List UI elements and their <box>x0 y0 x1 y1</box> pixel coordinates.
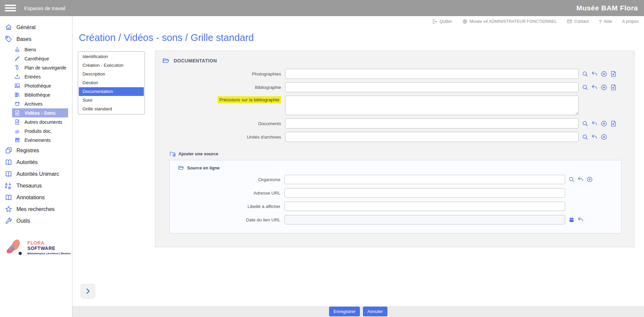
libelle-afficher-input[interactable] <box>284 202 565 211</box>
source-group-title: Source en ligne <box>187 165 220 170</box>
sidebar-item-bibliotheque[interactable]: Bibliothèque <box>12 90 68 99</box>
sidebar-item-evenements[interactable]: Evènements <box>12 136 68 145</box>
tab-grille-standard[interactable]: Grille standard <box>79 105 144 113</box>
workspace-label[interactable]: Espaces de travail <box>24 5 65 11</box>
tab-documentation[interactable]: Documentation <box>79 87 144 96</box>
main-area: Quitter Musée v4 ADMINISTRATEUR FONCTION… <box>72 16 644 317</box>
field-label: Libellé à afficher <box>170 204 280 209</box>
search-icon[interactable] <box>582 134 589 141</box>
cancel-button[interactable]: Annuler <box>363 307 387 316</box>
file-plus-icon[interactable] <box>610 84 617 91</box>
field-row-organisme: Organisme <box>170 175 621 184</box>
folder-icon <box>178 165 184 171</box>
app-title: Musée BAM Flora <box>576 4 638 12</box>
file-plus-icon[interactable] <box>610 70 617 77</box>
photographies-input[interactable] <box>285 69 579 79</box>
plus-circle-icon[interactable] <box>600 70 607 77</box>
home-icon <box>5 23 12 31</box>
sidebar-item-mes-recherches[interactable]: Mes recherches <box>0 203 72 215</box>
help-link[interactable]: ? Aide <box>599 19 612 24</box>
sidebar-item-registres[interactable]: Registres <box>0 145 72 156</box>
about-link[interactable]: A propos <box>622 19 639 24</box>
tab-description[interactable]: Description <box>79 70 144 78</box>
sidebar-item-carotheque[interactable]: Carothèque <box>12 54 68 63</box>
menu-icon[interactable] <box>5 3 16 13</box>
field-row-unites-archives: Unités d'archives <box>155 132 634 142</box>
add-source-header[interactable]: Ajouter une source <box>169 151 634 157</box>
question-icon: ? <box>599 19 601 24</box>
sidebar-item-bases[interactable]: Bases <box>0 33 72 45</box>
sidebar-item-annotations[interactable]: Annotations <box>0 192 72 203</box>
unites-archives-input[interactable] <box>285 132 579 142</box>
section-title: DOCUMENTATION <box>174 58 217 63</box>
quit-link[interactable]: Quitter <box>432 19 452 24</box>
star-icon <box>5 205 12 213</box>
search-icon[interactable] <box>582 84 589 91</box>
save-button[interactable]: Enregistrer <box>329 307 360 316</box>
sidebar-item-autorites[interactable]: Autorités <box>0 156 72 168</box>
sidebar-item-phototheque[interactable]: Photothèque <box>12 81 68 90</box>
plus-circle-icon[interactable] <box>600 120 607 127</box>
file-lines-icon <box>14 119 20 125</box>
sidebar-item-biens[interactable]: Biens <box>12 45 68 54</box>
file-media-icon <box>14 110 20 116</box>
sidebar-item-archives[interactable]: Archives <box>12 99 68 108</box>
search-icon[interactable] <box>582 70 589 77</box>
plus-circle-icon[interactable] <box>586 176 593 183</box>
tab-identification[interactable]: Identification <box>79 52 144 61</box>
artifact-icon <box>14 46 20 53</box>
sidebar-item-general[interactable]: Général <box>0 21 72 33</box>
logo-tagline: Bibliothèques | Archives | Musées <box>28 252 72 255</box>
file-plus-icon[interactable] <box>610 120 617 127</box>
plus-circle-icon[interactable] <box>600 134 607 141</box>
field-row-bibliographie: Bibliographie <box>155 82 634 92</box>
date-lien-url-input[interactable] <box>284 215 565 224</box>
sidebar-item-videos-sons[interactable]: Vidéos - Sons <box>12 108 68 117</box>
open-book-icon <box>5 158 12 166</box>
pages-icon <box>14 128 20 134</box>
organisme-input[interactable] <box>284 175 565 184</box>
precisions-bibliographie-textarea[interactable] <box>285 96 579 115</box>
stack-icon <box>5 147 12 154</box>
expand-panel-button[interactable] <box>80 284 95 299</box>
open-book-icon <box>5 194 12 201</box>
sidebar-item-produits-doc[interactable]: Produits doc. <box>12 126 68 136</box>
sidebar-item-thesaurus[interactable]: AB Thesaurus <box>0 180 72 192</box>
tab-suivi[interactable]: Suivi <box>79 96 144 105</box>
field-label-highlighted: Précisions sur la bibliographie <box>155 96 281 102</box>
tab-creation-execution[interactable]: Création - Exécution <box>79 61 144 70</box>
calendar-icon[interactable] <box>568 216 575 223</box>
undo-icon[interactable] <box>591 120 598 127</box>
user-menu[interactable]: Musée v4 ADMINISTRATEUR FONCTIONNEL <box>462 19 557 24</box>
inbox-down-icon <box>14 73 20 80</box>
open-book-icon <box>5 170 12 178</box>
undo-icon[interactable] <box>591 134 598 141</box>
search-icon[interactable] <box>568 176 575 183</box>
bibliographie-input[interactable] <box>285 82 579 92</box>
tab-gestion[interactable]: Gestion <box>79 78 144 87</box>
adresse-url-input[interactable] <box>284 188 565 198</box>
contact-link[interactable]: Contact <box>567 19 589 24</box>
sidebar-item-outils[interactable]: Outils <box>0 215 72 227</box>
subheader: Quitter Musée v4 ADMINISTRATEUR FONCTION… <box>72 16 644 27</box>
undo-icon[interactable] <box>577 176 584 183</box>
search-icon[interactable] <box>582 120 589 127</box>
documents-input[interactable] <box>285 118 579 128</box>
undo-icon[interactable] <box>577 216 584 223</box>
undo-icon[interactable] <box>591 70 598 77</box>
field-label: Organisme <box>170 177 280 182</box>
sidebar-item-entrees[interactable]: Entrées <box>12 72 68 81</box>
sidebar-item-plan-sauvegarde[interactable]: Plan de sauvegarde <box>12 63 68 72</box>
sidebar-item-autorites-unimarc[interactable]: Autorités Unimarc <box>0 168 72 180</box>
logo-brand-primary: FLORA <box>28 240 44 246</box>
field-label: Unités d'archives <box>155 135 281 140</box>
undo-icon[interactable] <box>591 84 598 91</box>
sidebar-item-autres-documents[interactable]: Autres documents <box>12 117 68 126</box>
folder-plus-icon <box>169 151 176 157</box>
field-row-photographies: Photographies <box>155 69 634 79</box>
plus-circle-icon[interactable] <box>600 84 607 91</box>
field-row-date-lien-url: Date du lien URL <box>170 215 621 224</box>
footer-action-bar: Enregistrer Annuler <box>72 306 644 317</box>
svg-text:A: A <box>5 182 8 186</box>
folder-icon <box>162 57 169 64</box>
